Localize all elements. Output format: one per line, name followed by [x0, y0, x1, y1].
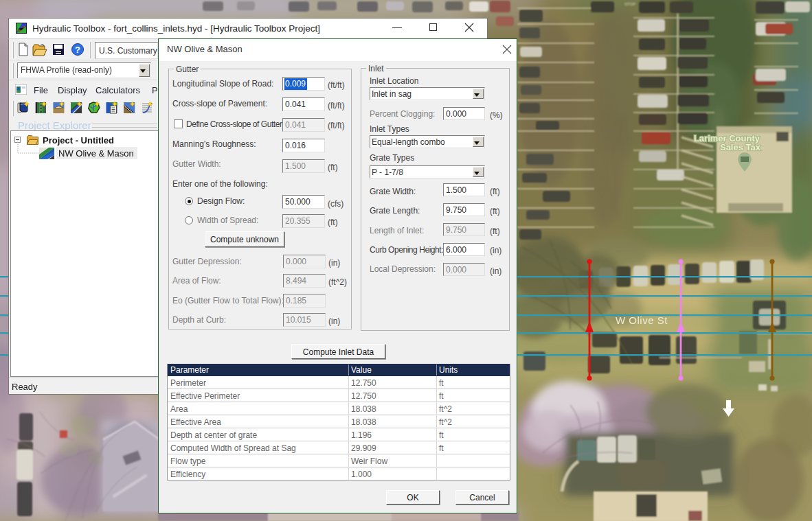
svg-text:?: ? [75, 45, 80, 55]
svg-text:Sales Tax: Sales Tax [720, 142, 761, 152]
svg-text:W Olive St: W Olive St [616, 314, 668, 326]
